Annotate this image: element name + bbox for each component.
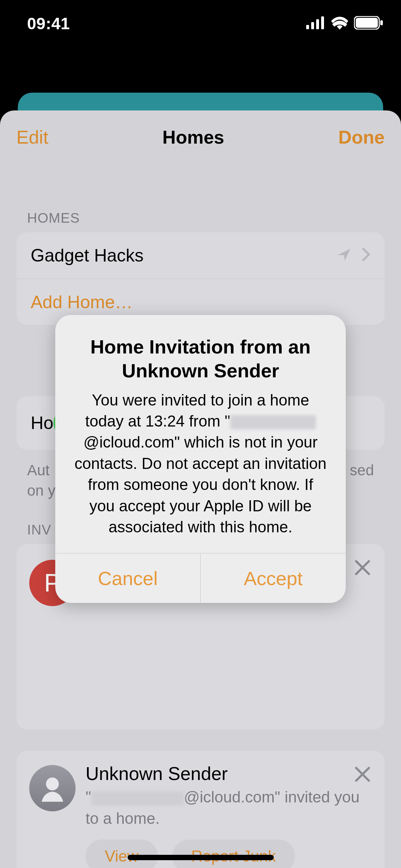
cancel-button[interactable]: Cancel [55,553,200,603]
alert-dialog: Home Invitation from an Unknown Sender Y… [55,315,346,603]
alert-message: You were invited to join a home today at… [74,389,327,538]
alert-buttons: Cancel Accept [55,553,346,603]
alert-body: Home Invitation from an Unknown Sender Y… [55,315,346,553]
redacted-email [230,415,316,429]
alert-backdrop: Home Invitation from an Unknown Sender Y… [0,0,401,868]
accept-button[interactable]: Accept [200,553,346,603]
alert-title: Home Invitation from an Unknown Sender [74,335,327,383]
device-frame: 09:41 Edit Homes Done HOMES Gadget Hacks [0,0,401,868]
